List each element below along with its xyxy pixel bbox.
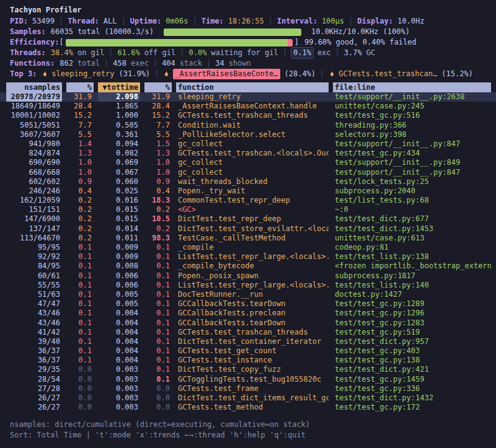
tottime-cell: 0.060 [98,177,140,187]
direct-percent-cell: 0.1 [66,243,94,252]
thread-stat: 61.6% off gil | [118,48,189,58]
file-line-cell: test/support/__init__.py:847 [333,139,491,149]
table-row[interactable]: 20978/20979 31.9 2.098 31.9 sleeping_ret… [0,92,496,102]
samples-line: Samples: 66035 total (10000.3/s) 10.0KHz… [0,27,496,37]
table-row[interactable]: 43/46 0.1 0.004 0.1 GCCallbackTests.prec… [0,309,496,318]
nsamples-cell: 3607/3607 [6,130,62,139]
table-row[interactable]: 941/980 1.4 0.094 1.5 gc_collect test/su… [0,139,496,149]
tottime-cell: 1.865 [98,102,140,111]
nsamples-cell: 26/27 [6,403,62,412]
table-row[interactable]: 95/95 0.1 0.009 0.1 _compile codeop.py:8… [0,243,496,252]
function-cell: GCTests.test_instance [176,356,329,365]
file-line-cell: test/support/__init__.py:847 [333,168,491,177]
separator: | [180,48,184,58]
table-row[interactable]: 41/42 0.1 0.004 0.1 GCTests.test_trashca… [0,328,496,337]
cumulative-percent-cell: 0.1 [144,346,172,356]
function-cell: TestCase._callTestMethod [176,234,329,243]
file-line-cell: test/test_gc.py:336 [333,384,491,393]
cumulative-percent-cell: 0.1 [144,375,172,384]
separator: | [320,69,324,79]
table-row[interactable]: 824/874 1.3 0.082 1.3 GCTests.test_trash… [0,149,496,158]
function-cell: gc_collect [176,139,329,149]
table-row[interactable]: 26/27 0.0 0.003 0.0 DictTest.test_dict_i… [0,393,496,403]
function-cell: DictTest.test_container_iterator [176,337,329,346]
table-row[interactable]: 39/40 0.1 0.004 0.1 DictTest.test_contai… [0,337,496,346]
tottime-cell: 0.015 [98,214,140,224]
table-row[interactable]: 147/6900 0.2 0.015 10.5 DictTest.test_re… [0,214,496,224]
cumulative-percent-cell: 0.1 [144,252,172,261]
direct-percent-cell: 0.1 [66,356,94,365]
cumulative-percent-cell: 0.0 [144,393,172,403]
table-row[interactable]: 137/147 0.2 0.014 0.2 DictTest.test_stor… [0,224,496,234]
table-row[interactable]: 55/55 0.1 0.006 0.1 ListTest.test_repr_l… [0,281,496,290]
direct-percent-cell: 0.1 [66,318,94,328]
table-row[interactable]: 43/46 0.1 0.004 0.1 GCCallbackTests.tear… [0,318,496,328]
cumulative-percent-cell: 0.1 [144,365,172,374]
table-row[interactable]: 18649/18649 28.4 1.865 28.4 _AssertRaise… [0,102,496,111]
table-row[interactable]: 27/28 0.0 0.003 0.0 GCTests.test_frame t… [0,384,496,393]
footer-keybinds: Sort: Total Time | 't':mode 'x':trends ←… [0,430,496,441]
cumulative-percent-cell: 0.2 [144,205,172,214]
table-row[interactable]: 3607/3607 5.5 0.361 5.5 _PollLikeSelecto… [0,130,496,139]
table-row[interactable]: 5051/5051 7.7 0.505 7.7 Condition.wait t… [0,121,496,130]
table-row[interactable]: 10001/10002 15.2 1.000 15.2 GCTests.test… [0,111,496,120]
table-row[interactable]: 26/27 0.0 0.003 0.0 GCTests.test_method … [0,403,496,412]
table-row[interactable]: 668/668 1.0 0.067 1.0 gc_collect test/su… [0,168,496,177]
column-header-tottime[interactable]: ▼tottime [98,82,140,92]
table-row[interactable]: 60/61 0.1 0.006 0.1 Popen._posix_spawn s… [0,271,496,281]
function-stat-label: exec [131,58,149,69]
stat-label: Time: [202,16,224,27]
function-stat: 404 stack | [162,58,215,69]
table-row[interactable]: 690/690 1.0 0.069 1.0 gc_collect test/su… [0,158,496,167]
direct-percent-cell: 0.1 [66,337,94,346]
stat-value: 10.0Hz [397,16,424,27]
file-line-cell: unittest/case.py:613 [333,234,491,243]
table-row[interactable]: 47/47 0.1 0.005 0.1 GCCallbackTests.tear… [0,299,496,309]
table-row[interactable]: 51/63 0.1 0.005 0.1 DocTestRunner.__run … [0,290,496,299]
function-cell: Popen._try_wait [176,187,329,196]
cumulative-percent-cell: 1.5 [144,139,172,149]
direct-percent-cell: 0.1 [66,261,94,271]
table-row[interactable]: 162/12059 0.2 0.016 18.3 CommonTest.test… [0,196,496,205]
column-header-nsamples[interactable]: nsamples [6,82,62,92]
table-row[interactable]: 28/54 0.0 0.003 0.1 GCTogglingTests.test… [0,375,496,384]
function-cell: Popen._posix_spawn [176,271,329,281]
column-header-function[interactable]: function [176,82,329,92]
separator: | [348,16,353,27]
direct-percent-cell: 31.9 [66,92,94,102]
cumulative-percent-cell: 10.5 [144,214,172,224]
thread-stat: 3.7% GC [344,48,384,58]
stat-line: PID: 53499 | Thread: ALL | Uptime: 0m06s… [0,16,496,27]
separator: | [122,16,126,27]
table-row[interactable]: 84/95 0.1 0.008 0.1 _compile_bytecode <f… [0,261,496,271]
table-row[interactable]: 36/37 0.1 0.004 0.1 GCTests.test_get_cou… [0,346,496,356]
table-row[interactable]: 151/151 0.2 0.015 0.2 <GC> ~:0 [0,205,496,214]
nsamples-cell: 43/46 [6,309,62,318]
table-row[interactable]: 113/64670 0.2 0.011 98.3 TestCase._callT… [0,234,496,243]
nsamples-cell: 39/40 [6,337,62,346]
thread-stat-value: 61.6% [118,48,140,58]
column-header-cumulative-percent[interactable]: % [144,82,172,92]
tottime-cell: 0.016 [98,196,140,205]
thread-stat: 0.0% waiting for gil | [188,48,291,58]
table-row[interactable]: 92/92 0.1 0.009 0.1 ListTest.test_repr_l… [0,252,496,261]
direct-percent-cell: 0.0 [66,403,94,412]
stat-item: PID: 53499 | [10,16,68,27]
cumulative-percent-cell: 0.9 [144,177,172,187]
table-row[interactable]: 602/602 0.9 0.060 0.9 wait_threads_block… [0,177,496,187]
function-cell: GCTogglingTests.test_bug1055820c [176,375,329,384]
threads-line: Threads: 38.4% on gil | 61.6% off gil | … [0,48,496,58]
function-cell: wait_threads_blocked [176,177,329,187]
column-header-direct-percent[interactable]: % [66,82,94,92]
efficiency-bracket-open: [ [59,37,63,48]
table-row[interactable]: 36/37 0.1 0.004 0.1 GCTests.test_instanc… [0,356,496,365]
thread-stat-label: exc [317,48,331,58]
table-row[interactable]: 29/35 0.0 0.003 0.1 DictTest.test_copy_f… [0,365,496,374]
function-cell: DictTest.test_store_evilattr.<locals... [176,224,329,234]
file-line-cell: subprocess.py:2040 [333,187,491,196]
function-cell: Condition.wait [176,121,329,130]
nsamples-cell: 690/690 [6,158,62,167]
column-header-fileline[interactable]: file:line [333,82,491,92]
file-line-cell: threading.py:366 [333,121,491,130]
table-row[interactable]: 246/246 0.4 0.025 0.4 Popen._try_wait su… [0,187,496,196]
